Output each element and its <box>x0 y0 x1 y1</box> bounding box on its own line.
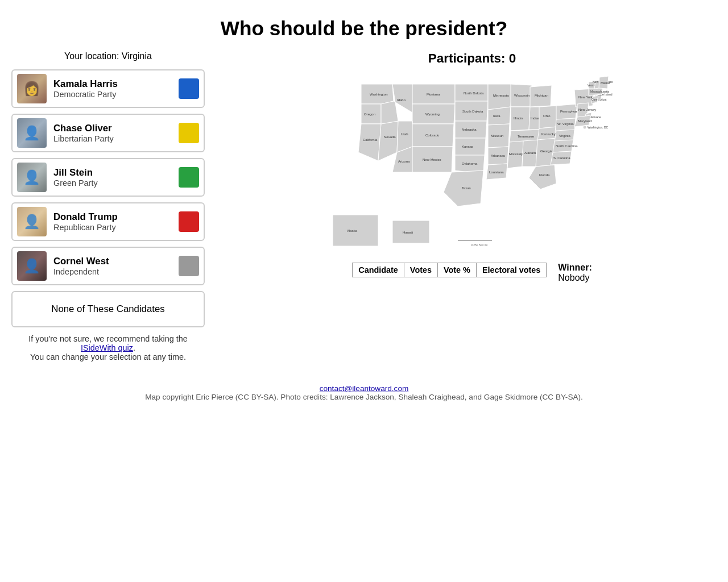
candidate-photo-stein: 👤 <box>17 163 47 192</box>
svg-text:Oklahoma: Oklahoma <box>462 162 478 165</box>
candidate-party-harris: Democratic Party <box>53 90 179 99</box>
svg-text:Texas: Texas <box>462 186 471 190</box>
results-panel: Participants: 0 Washington Oregon Califo… <box>228 51 717 283</box>
results-table: Candidate Votes Vote % Electoral votes <box>352 263 547 277</box>
us-map: Washington Oregon California Nevada Idah… <box>330 73 614 257</box>
candidates-panel: Your location: Virginia 👩Kamala HarrisDe… <box>11 51 205 361</box>
candidate-list: 👩Kamala HarrisDemocratic Party👤Chase Oli… <box>11 69 205 285</box>
svg-text:Montana: Montana <box>427 93 440 96</box>
svg-text:S. Carolina: S. Carolina <box>553 156 570 160</box>
svg-text:Wyoming: Wyoming <box>425 113 440 116</box>
candidate-color-stein <box>179 167 199 188</box>
state-florida <box>529 165 556 189</box>
winner-value: Nobody <box>558 273 592 283</box>
col-candidate: Candidate <box>353 263 404 277</box>
svg-text:Colorado: Colorado <box>425 134 440 137</box>
participants-label: Participants: 0 <box>428 51 516 66</box>
candidate-card-stein[interactable]: 👤Jill SteinGreen Party <box>11 158 205 197</box>
svg-text:Kansas: Kansas <box>462 145 473 148</box>
state-dc <box>583 126 586 129</box>
candidate-party-trump: Republican Party <box>53 223 179 232</box>
svg-text:Wisconsin: Wisconsin <box>514 94 530 97</box>
svg-text:Ohio: Ohio <box>543 114 551 118</box>
candidate-name-west: Cornel West <box>53 256 179 267</box>
svg-text:Utah: Utah <box>401 132 408 136</box>
candidate-color-west <box>179 256 199 276</box>
svg-text:Nebraska: Nebraska <box>462 128 477 131</box>
svg-text:Washington: Washington <box>370 93 387 96</box>
svg-text:Nevada: Nevada <box>384 135 396 139</box>
candidate-photo-harris: 👩 <box>17 74 47 103</box>
copyright-text: Map copyright Eric Pierce (CC BY-SA). Ph… <box>0 393 728 401</box>
svg-text:Kentucky: Kentucky <box>541 132 556 136</box>
svg-text:Massachusetts: Massachusetts <box>590 90 610 93</box>
candidate-card-harris[interactable]: 👩Kamala HarrisDemocratic Party <box>11 69 205 108</box>
recommend-text: If you're not sure, we recommend taking … <box>11 334 205 361</box>
svg-text:Iowa: Iowa <box>493 114 500 118</box>
col-electoral: Electoral votes <box>476 263 546 277</box>
svg-text:Hawaii: Hawaii <box>403 231 413 234</box>
state-california <box>358 124 381 161</box>
svg-text:North Dakota: North Dakota <box>464 92 484 95</box>
svg-text:Georgia: Georgia <box>540 149 553 153</box>
svg-text:Illinois: Illinois <box>514 117 523 120</box>
location-label: Your location: Virginia <box>11 51 205 61</box>
contact-link[interactable]: contact@ileantoward.com <box>320 384 409 393</box>
svg-text:Louisiana: Louisiana <box>489 171 504 174</box>
candidate-color-trump <box>179 211 199 232</box>
svg-text:Alaska: Alaska <box>347 229 358 232</box>
svg-text:Alabama: Alabama <box>524 151 538 155</box>
candidate-name-stein: Jill Stein <box>53 167 179 178</box>
svg-text:Tennessee: Tennessee <box>518 135 535 138</box>
candidate-party-west: Independent <box>53 267 179 276</box>
footer: contact@ileantoward.com Map copyright Er… <box>0 384 728 418</box>
candidate-card-trump[interactable]: 👤Donald TrumpRepublican Party <box>11 202 205 241</box>
svg-text:Maine: Maine <box>601 81 610 85</box>
winner-box: Winner: Nobody <box>558 263 592 283</box>
svg-text:Florida: Florida <box>539 173 550 177</box>
svg-text:South Dakota: South Dakota <box>462 110 483 113</box>
svg-text:Idaho: Idaho <box>397 98 406 102</box>
candidate-card-oliver[interactable]: 👤Chase OliverLibertarian Party <box>11 114 205 152</box>
isidesith-link[interactable]: ISideWith quiz <box>81 343 133 352</box>
svg-text:Missouri: Missouri <box>491 134 503 138</box>
candidate-color-oliver <box>179 123 199 143</box>
candidate-party-oliver: Libertarian Party <box>53 134 179 143</box>
col-votes: Votes <box>404 263 437 277</box>
svg-text:Washington, DC: Washington, DC <box>588 126 609 129</box>
candidate-photo-west: 👤 <box>17 251 47 281</box>
svg-text:Arizona: Arizona <box>398 160 410 163</box>
svg-text:Arkansas: Arkansas <box>491 154 505 157</box>
candidate-name-harris: Kamala Harris <box>53 78 179 90</box>
none-candidates-button[interactable]: None of These Candidates <box>11 291 205 327</box>
svg-text:Virginia: Virginia <box>559 134 571 138</box>
candidate-party-stein: Green Party <box>53 178 179 188</box>
candidate-name-oliver: Chase Oliver <box>53 123 179 134</box>
svg-text:Minnesota: Minnesota <box>493 94 509 97</box>
svg-text:Oregon: Oregon <box>364 113 375 116</box>
svg-text:0  250  500 mi: 0 250 500 mi <box>471 243 487 247</box>
candidate-photo-oliver: 👤 <box>17 118 47 148</box>
results-section: Candidate Votes Vote % Electoral votes W… <box>352 263 592 283</box>
candidate-name-trump: Donald Trump <box>53 211 179 223</box>
svg-text:North Carolina: North Carolina <box>556 144 578 148</box>
col-vote-pct: Vote % <box>437 263 476 277</box>
svg-text:W. Virginia: W. Virginia <box>557 122 574 126</box>
svg-text:California: California <box>363 138 378 142</box>
candidate-color-harris <box>179 78 199 99</box>
svg-text:New Jersey: New Jersey <box>578 108 596 111</box>
winner-label: Winner: <box>558 263 592 273</box>
svg-text:Michigan: Michigan <box>535 94 548 97</box>
svg-text:New Mexico: New Mexico <box>423 158 441 161</box>
candidate-photo-trump: 👤 <box>17 207 47 236</box>
state-nevada <box>378 121 398 161</box>
svg-text:Maryland: Maryland <box>578 119 592 123</box>
candidate-card-west[interactable]: 👤Cornel WestIndependent <box>11 247 205 285</box>
page-title: Who should be the president? <box>0 0 728 51</box>
